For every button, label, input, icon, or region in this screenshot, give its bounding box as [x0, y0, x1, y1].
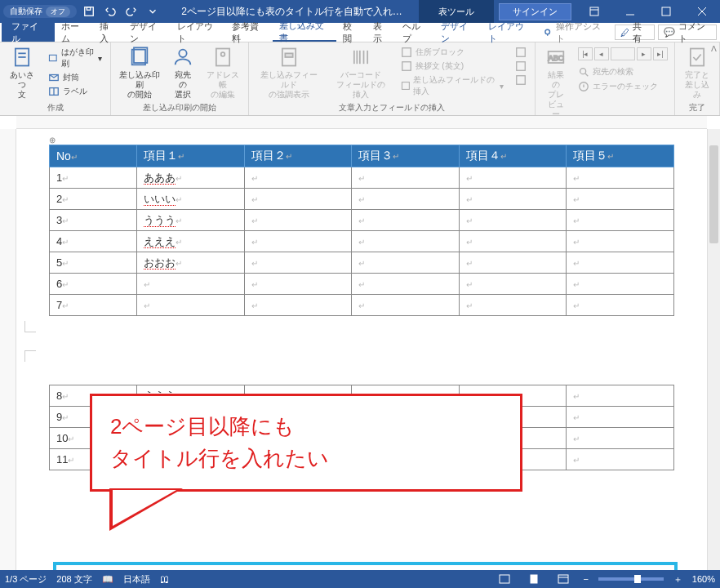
table-row[interactable]: 4↵えええ↵↵↵↵↵ — [50, 231, 674, 252]
tab-table-layout[interactable]: レイアウト — [482, 23, 537, 42]
table-cell[interactable]: あああ↵ — [137, 167, 245, 189]
tab-table-design[interactable]: デザイン — [434, 23, 481, 42]
table-cell[interactable]: 5↵ — [50, 252, 137, 274]
table-cell[interactable]: ↵ — [244, 210, 352, 231]
table-header[interactable]: 項目４↵ — [459, 145, 567, 167]
signin-button[interactable]: サインイン — [499, 3, 571, 20]
table-cell[interactable]: ↵ — [567, 252, 674, 274]
table-header[interactable]: 項目２↵ — [244, 145, 352, 167]
table-cell[interactable]: ↵ — [352, 231, 460, 252]
table-cell[interactable]: ↵ — [244, 231, 352, 252]
table-cell[interactable]: ↵ — [352, 295, 460, 316]
table-cell[interactable]: ↵ — [137, 274, 245, 295]
table-header[interactable]: No↵ — [50, 145, 137, 167]
table-cell[interactable]: ↵ — [567, 385, 674, 407]
comment-button[interactable]: 💬コメント — [658, 24, 717, 40]
table-cell[interactable]: ↵ — [244, 295, 352, 316]
table-cell[interactable]: ↵ — [352, 210, 460, 231]
table-header[interactable]: 項目５↵ — [567, 145, 674, 167]
postcard-print-button[interactable]: はがき印刷 ▾ — [45, 46, 105, 70]
undo-icon[interactable] — [101, 2, 119, 20]
autosave-toggle[interactable]: 自動保存 オフ — [3, 5, 77, 18]
table-cell[interactable]: ↵ — [567, 428, 674, 449]
zoom-in-button[interactable]: ＋ — [673, 573, 682, 586]
table-cell[interactable]: いいい↵ — [137, 189, 245, 210]
table-row[interactable]: 3↵ううう↵↵↵↵↵ — [50, 210, 674, 231]
accessibility-icon[interactable]: 🕮 — [160, 574, 169, 584]
table-cell[interactable]: ↵ — [567, 210, 674, 231]
tab-layout[interactable]: レイアウト — [171, 23, 226, 42]
save-icon[interactable] — [80, 2, 98, 20]
table-header[interactable]: 項目３↵ — [352, 145, 460, 167]
greeting-text-button[interactable]: あいさつ 文 — [3, 44, 42, 101]
table-cell[interactable]: えええ↵ — [137, 231, 245, 252]
start-mail-merge-button[interactable]: 差し込み印刷 の開始 — [114, 44, 165, 101]
table-cell[interactable]: ↵ — [352, 189, 460, 210]
table-cell[interactable]: ↵ — [567, 189, 674, 210]
tab-view[interactable]: 表示 — [367, 23, 397, 42]
tab-home[interactable]: ホーム — [55, 23, 93, 42]
table-cell[interactable]: おおお↵ — [137, 252, 245, 274]
table-cell[interactable]: ↵ — [352, 274, 460, 295]
table-cell[interactable]: ↵ — [352, 167, 460, 189]
table-cell[interactable]: ↵ — [459, 274, 567, 295]
spell-check-icon[interactable]: 📖 — [102, 574, 113, 585]
table-cell[interactable]: ↵ — [459, 231, 567, 252]
table-cell[interactable]: ↵ — [137, 295, 245, 316]
table-cell[interactable]: ↵ — [567, 295, 674, 316]
table-row[interactable]: 6↵↵↵↵↵↵ — [50, 274, 674, 295]
collapse-ribbon-icon[interactable]: ᐱ — [711, 44, 717, 53]
table-cell[interactable]: ↵ — [244, 189, 352, 210]
horizontal-ruler[interactable] — [16, 116, 707, 129]
table-row[interactable]: 5↵おおお↵↵↵↵↵ — [50, 252, 674, 274]
select-recipients-button[interactable]: 宛先の 選択 — [167, 44, 199, 101]
zoom-out-button[interactable]: − — [583, 574, 588, 584]
table-cell[interactable]: ↵ — [567, 167, 674, 189]
table-anchor-icon[interactable]: ⊕ — [49, 136, 674, 145]
table-cell[interactable]: ↵ — [459, 295, 567, 316]
table-cell[interactable]: 4↵ — [50, 231, 137, 252]
tab-mailings[interactable]: 差し込み文書 — [273, 23, 336, 42]
redo-icon[interactable] — [122, 2, 140, 20]
table-cell[interactable]: ↵ — [459, 189, 567, 210]
table-row[interactable]: 7↵↵↵↵↵↵ — [50, 295, 674, 316]
table-cell[interactable]: 1↵ — [50, 167, 137, 189]
table-header[interactable]: 項目１↵ — [137, 145, 245, 167]
table-cell[interactable]: ↵ — [244, 274, 352, 295]
tab-file[interactable]: ファイル — [2, 23, 55, 42]
table-cell[interactable]: ↵ — [459, 252, 567, 274]
tell-me-search[interactable]: 操作アシスト — [537, 23, 613, 42]
table-cell[interactable]: 3↵ — [50, 210, 137, 231]
zoom-slider[interactable] — [598, 577, 664, 581]
table-cell[interactable]: ううう↵ — [137, 210, 245, 231]
vertical-ruler[interactable] — [0, 129, 16, 570]
label-button[interactable]: ラベル — [45, 85, 105, 98]
envelope-button[interactable]: 封筒 — [45, 71, 105, 84]
table-cell[interactable]: 2↵ — [50, 189, 137, 210]
tab-insert[interactable]: 挿入 — [93, 23, 123, 42]
focus-mode-icon[interactable] — [495, 572, 514, 586]
word-count-status[interactable]: 208 文字 — [56, 573, 91, 586]
table-cell[interactable]: 7↵ — [50, 295, 137, 316]
table-row[interactable]: 1↵あああ↵↵↵↵↵ — [50, 167, 674, 189]
qat-customize-icon[interactable] — [144, 2, 162, 20]
page-number-status[interactable]: 1/3 ページ — [5, 573, 47, 586]
table-cell[interactable]: ↵ — [567, 449, 674, 470]
table-cell[interactable]: ↵ — [567, 407, 674, 428]
tab-help[interactable]: ヘルプ — [396, 23, 434, 42]
table-cell[interactable]: ↵ — [459, 167, 567, 189]
table-cell[interactable]: ↵ — [244, 252, 352, 274]
tab-review[interactable]: 校閲 — [336, 23, 367, 42]
document-table-page1[interactable]: No↵ 項目１↵ 項目２↵ 項目３↵ 項目４↵ 項目５↵ 1↵あああ↵↵↵↵↵2… — [49, 145, 674, 316]
vertical-scrollbar[interactable] — [707, 129, 720, 570]
web-layout-icon[interactable] — [553, 572, 573, 586]
table-cell[interactable]: ↵ — [567, 231, 674, 252]
table-cell[interactable]: 6↵ — [50, 274, 137, 295]
language-status[interactable]: 日本語 — [123, 573, 150, 586]
table-cell[interactable]: ↵ — [459, 210, 567, 231]
print-layout-icon[interactable] — [524, 572, 544, 586]
table-row[interactable]: 2↵いいい↵↵↵↵↵ — [50, 189, 674, 210]
tab-references[interactable]: 参考資料 — [225, 23, 272, 42]
table-cell[interactable]: ↵ — [244, 167, 352, 189]
table-cell[interactable]: ↵ — [352, 252, 460, 274]
